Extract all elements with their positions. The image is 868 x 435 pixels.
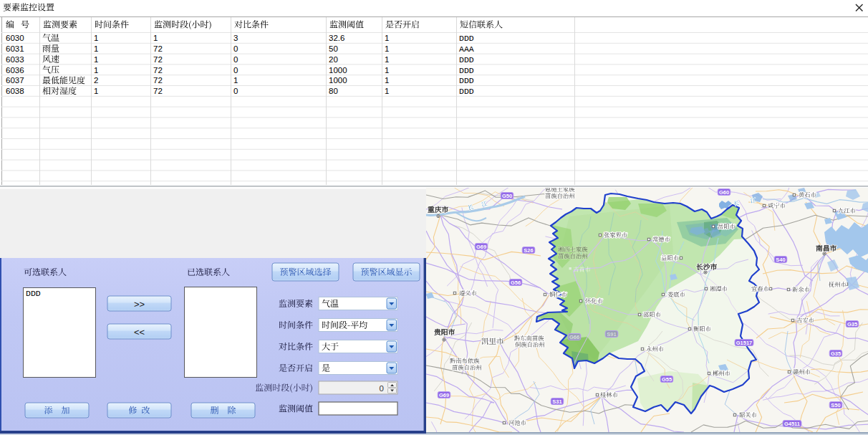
svg-text:1: 1	[385, 87, 389, 95]
svg-text:G69: G69	[439, 392, 449, 398]
svg-text:1000: 1000	[329, 66, 347, 75]
svg-text:1: 1	[233, 76, 238, 85]
svg-text:DDD: DDD	[26, 289, 41, 298]
svg-text:>>: >>	[134, 299, 145, 310]
svg-text:6031: 6031	[6, 44, 24, 53]
svg-text:S91: S91	[607, 331, 616, 338]
svg-text:1: 1	[153, 34, 158, 42]
svg-text:1: 1	[94, 87, 98, 95]
svg-text:0: 0	[233, 55, 238, 64]
svg-text:72: 72	[153, 76, 163, 85]
svg-text:G56: G56	[511, 279, 521, 286]
svg-text:72: 72	[153, 66, 163, 75]
svg-text:1: 1	[94, 66, 98, 75]
svg-text:0: 0	[233, 87, 238, 95]
svg-text:1: 1	[94, 44, 98, 53]
svg-text:1: 1	[94, 34, 98, 42]
svg-text:1: 1	[385, 55, 389, 64]
svg-text:72: 72	[153, 44, 163, 53]
svg-text:1000: 1000	[329, 76, 347, 85]
svg-text:DDD: DDD	[459, 87, 474, 96]
svg-text:G60: G60	[719, 189, 729, 196]
svg-text:72: 72	[153, 55, 163, 64]
svg-text:1: 1	[385, 76, 389, 85]
svg-text:G69: G69	[476, 244, 486, 250]
svg-text:1: 1	[385, 66, 389, 75]
svg-text:S26: S26	[524, 247, 533, 254]
svg-text:G50: G50	[502, 193, 512, 199]
svg-text:G55: G55	[662, 376, 672, 383]
svg-text:2: 2	[94, 76, 98, 85]
svg-text:S50: S50	[831, 402, 840, 408]
svg-text:6030: 6030	[6, 34, 24, 42]
svg-text:6036: 6036	[6, 66, 24, 75]
svg-text:0: 0	[233, 44, 238, 53]
svg-text:G4511: G4511	[784, 421, 800, 427]
svg-text:6033: 6033	[6, 55, 24, 64]
svg-text:20: 20	[329, 55, 338, 64]
svg-text:6038: 6038	[6, 87, 24, 95]
svg-text:6037: 6037	[6, 76, 24, 85]
svg-text:<<: <<	[134, 327, 145, 338]
svg-text:G35: G35	[831, 350, 841, 357]
svg-text:1: 1	[385, 34, 389, 42]
svg-text:0: 0	[380, 384, 384, 393]
svg-text:G1517: G1517	[736, 340, 753, 346]
svg-text:AAA: AAA	[459, 44, 474, 54]
svg-text:80: 80	[329, 87, 338, 95]
svg-text:DDD: DDD	[459, 76, 474, 85]
svg-text:DDD: DDD	[459, 55, 474, 64]
svg-text:DDD: DDD	[459, 66, 474, 75]
svg-text:G35: G35	[847, 321, 857, 328]
svg-text:0: 0	[233, 66, 238, 75]
svg-text:1: 1	[385, 44, 389, 53]
svg-text:S40: S40	[776, 257, 785, 263]
svg-text:32.6: 32.6	[329, 34, 344, 42]
svg-text:DDD: DDD	[459, 34, 474, 43]
svg-text:72: 72	[153, 87, 163, 95]
svg-text:S31: S31	[552, 398, 561, 405]
svg-text:1: 1	[94, 55, 98, 64]
svg-text:3: 3	[233, 34, 238, 42]
svg-text:G66: G66	[569, 334, 579, 340]
svg-text:50: 50	[329, 44, 338, 53]
